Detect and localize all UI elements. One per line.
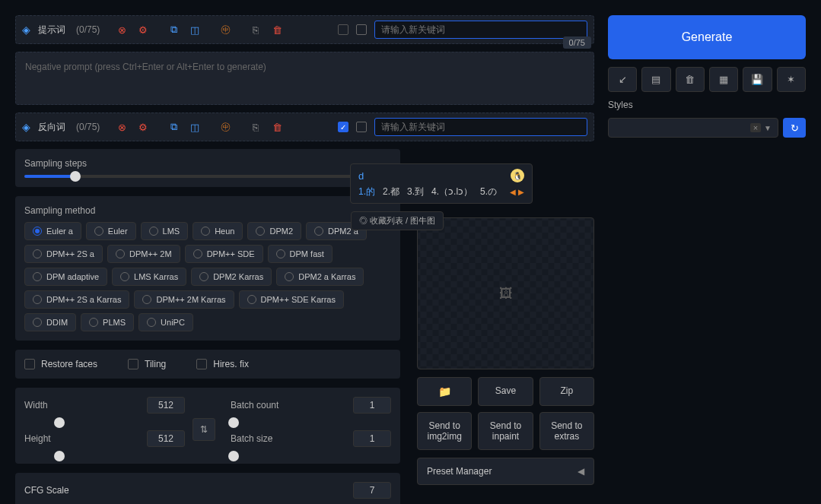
prompt-input[interactable] <box>374 21 587 39</box>
ime-candidate[interactable]: 3.到 <box>407 185 424 198</box>
batch-size-value[interactable]: 1 <box>353 430 391 447</box>
ime-candidate[interactable]: 4.（ɔ.lɔ） <box>431 185 473 198</box>
height-value[interactable]: 512 <box>147 430 185 447</box>
negative-bar: ◈ 反向词 (0/75) ⊗ ⚙ ⧉ ◫ ㊥ ⎘ 🗑 ✓ <box>15 113 594 141</box>
ime-nav-icons[interactable]: ◀ ▶ <box>510 188 524 196</box>
width-value[interactable]: 512 <box>147 397 185 414</box>
save-button[interactable]: Save <box>478 377 533 406</box>
action-clipboard-icon[interactable]: ▤ <box>641 67 670 92</box>
circle-icon[interactable]: ⊗ <box>113 21 130 38</box>
sampler-option[interactable]: DPM++ 2M <box>107 245 180 263</box>
sampler-option[interactable]: DPM++ 2S a Karras <box>24 290 129 309</box>
open-folder-button[interactable]: 📁 <box>417 377 472 406</box>
action-arrow-icon[interactable]: ↙ <box>608 67 637 92</box>
sampler-option[interactable]: DPM adaptive <box>24 268 107 286</box>
preset-manager[interactable]: Preset Manager ◀ <box>417 458 594 485</box>
ime-avatar-icon: 🐧 <box>511 169 524 182</box>
sampler-option[interactable]: DDIM <box>24 313 76 331</box>
sampler-option[interactable]: UniPC <box>138 313 193 331</box>
prompt-count: (0/75) <box>76 24 100 35</box>
refresh-styles-button[interactable]: ↻ <box>783 118 806 138</box>
styles-select[interactable]: × ▼ <box>608 118 778 138</box>
collapse-icon[interactable]: ◈ <box>22 121 30 133</box>
image-placeholder-icon: 🖼 <box>499 286 513 302</box>
negative-checkbox[interactable]: ✓ <box>338 122 348 132</box>
preview-box: 🖼 <box>417 217 594 369</box>
sampler-option[interactable]: Euler a <box>24 222 81 240</box>
send-extras-button[interactable]: Send to extras <box>539 412 594 450</box>
negative-count: (0/75) <box>76 122 100 132</box>
sampler-option[interactable]: DPM++ SDE <box>185 245 263 263</box>
width-label: Width <box>24 400 62 410</box>
trash-icon[interactable]: 🗑 <box>269 21 285 38</box>
dimensions-section: Width 512 Height <box>15 388 400 464</box>
generate-button[interactable]: Generate <box>608 15 806 59</box>
prompt-bar: ◈ 提示词 (0/75) ⊗ ⚙ ⧉ ◫ ㊥ ⎘ 🗑 <box>15 15 594 44</box>
cfg-section: CFG Scale 7 <box>15 473 400 504</box>
ime-candidate[interactable]: 1.的 <box>358 185 375 198</box>
sampler-option[interactable]: DPM2 a Karras <box>276 268 364 286</box>
styles-label: Styles <box>608 100 806 110</box>
ime-candidate[interactable]: 5.の <box>480 185 497 198</box>
tiling-check[interactable]: Tiling <box>128 359 166 369</box>
circle-icon[interactable]: ⊗ <box>113 119 130 135</box>
action-star-icon[interactable]: ✶ <box>777 67 806 92</box>
zip-button[interactable]: Zip <box>539 377 594 406</box>
batch-size-label: Batch size <box>231 433 291 444</box>
ime-footer[interactable]: ◎ 收藏列表 / 图牛图 <box>351 211 444 230</box>
sampler-option[interactable]: PLMS <box>81 313 134 331</box>
sampling-method-section: Sampling method Euler aEulerLMSHeunDPM2D… <box>15 196 400 341</box>
sampling-method-label: Sampling method <box>24 205 391 216</box>
prompt-label: 提示词 <box>38 24 65 36</box>
sampler-option[interactable]: LMS <box>141 222 189 240</box>
sampler-option[interactable]: DPM fast <box>268 245 333 263</box>
chevron-down-icon: ▼ <box>764 124 772 132</box>
hires-fix-check[interactable]: Hires. fix <box>196 359 249 369</box>
sampling-steps-label: Sampling steps <box>24 158 391 169</box>
sampler-option[interactable]: LMS Karras <box>112 268 186 286</box>
clear-styles-icon[interactable]: × <box>750 123 761 132</box>
collapse-icon[interactable]: ◈ <box>22 24 30 36</box>
trash-icon[interactable]: 🗑 <box>269 119 285 135</box>
ime-candidate[interactable]: 2.都 <box>383 185 399 198</box>
bookmark-icon[interactable]: ◫ <box>186 119 203 135</box>
sampler-option[interactable]: Heun <box>193 222 243 240</box>
batch-count-label: Batch count <box>231 400 291 410</box>
translate-icon[interactable]: ㊥ <box>217 21 234 38</box>
square-icon[interactable] <box>356 24 367 35</box>
copy-icon[interactable]: ⧉ <box>165 21 182 38</box>
translate-icon[interactable]: ㊥ <box>217 119 234 135</box>
batch-count-value[interactable]: 1 <box>353 397 391 414</box>
cfg-label: CFG Scale <box>24 485 69 496</box>
sampler-option[interactable]: DPM++ SDE Karras <box>239 290 344 309</box>
prompt-checkbox[interactable] <box>338 24 348 35</box>
height-label: Height <box>24 433 62 444</box>
negative-input[interactable] <box>374 118 587 136</box>
paste-icon[interactable]: ⎘ <box>247 119 264 135</box>
action-save-icon[interactable]: 💾 <box>743 67 772 92</box>
sampler-option[interactable]: DPM2 Karras <box>191 268 272 286</box>
gear-icon[interactable]: ⚙ <box>135 119 151 135</box>
restore-faces-check[interactable]: Restore faces <box>24 359 97 369</box>
paste-icon[interactable]: ⎘ <box>247 21 264 38</box>
ime-popup: d 🐧 1.的2.都3.到4.（ɔ.lɔ）5.の◀ ▶ ◎ 收藏列表 / 图牛图 <box>350 163 533 204</box>
negative-textarea[interactable]: Negative prompt (press Ctrl+Enter or Alt… <box>15 52 594 105</box>
sampler-option[interactable]: DPM2 <box>247 222 301 240</box>
send-inpaint-button[interactable]: Send to inpaint <box>478 412 533 450</box>
action-doc-icon[interactable]: ▦ <box>709 67 738 92</box>
copy-icon[interactable]: ⧉ <box>165 119 182 135</box>
checks-section: Restore faces Tiling Hires. fix <box>15 350 400 379</box>
square-icon[interactable] <box>356 122 367 132</box>
swap-dims-button[interactable]: ⇅ <box>193 418 215 441</box>
negative-counter: 0/75 <box>563 36 591 49</box>
sampler-option[interactable]: DPM++ 2S a <box>24 245 103 263</box>
cfg-value[interactable]: 7 <box>353 482 391 499</box>
sampler-option[interactable]: Euler <box>86 222 136 240</box>
sampling-steps-slider[interactable] <box>24 175 391 178</box>
action-trash-icon[interactable]: 🗑 <box>676 67 705 92</box>
bookmark-icon[interactable]: ◫ <box>186 21 203 38</box>
sampler-option[interactable]: DPM++ 2M Karras <box>134 290 234 309</box>
send-img2img-button[interactable]: Send to img2img <box>417 412 472 450</box>
negative-label: 反向词 <box>38 121 65 134</box>
gear-icon[interactable]: ⚙ <box>135 21 151 38</box>
